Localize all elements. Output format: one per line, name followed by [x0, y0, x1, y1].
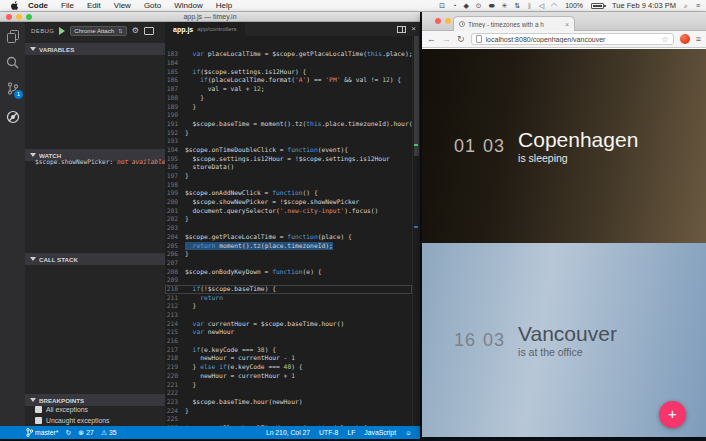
watch-expression[interactable]: $scope.showNewPicker: not available	[35, 158, 165, 165]
editor-tab-appjs[interactable]: app.js app/controllers	[165, 22, 245, 36]
code-line[interactable]: 203	[165, 224, 412, 233]
code-line[interactable]: 197}	[165, 172, 412, 181]
profile-icon[interactable]	[690, 17, 700, 27]
apple-menu-icon[interactable]	[10, 1, 19, 10]
start-debug-button[interactable]	[59, 27, 65, 35]
editor-scrollbar[interactable]	[412, 36, 420, 426]
clock-icon[interactable]: ◔	[452, 2, 456, 10]
code-line[interactable]: 209	[165, 276, 412, 285]
code-line[interactable]: 188 }	[165, 94, 412, 103]
browser-tabstrip[interactable]: Timey - timezones with a h ×	[422, 12, 706, 31]
menu-app-name[interactable]: Code	[28, 1, 48, 10]
eol-indicator[interactable]: LF	[347, 429, 355, 436]
code-line[interactable]: 187 val = val + 12;	[165, 85, 412, 94]
vscode-titlebar[interactable]: app.js — timey.in	[0, 12, 420, 22]
close-window-button[interactable]	[435, 18, 441, 24]
bluetooth-icon[interactable]: ᛒ	[527, 2, 531, 10]
checkbox-icon[interactable]	[35, 406, 42, 413]
close-tab-icon[interactable]: ×	[565, 21, 569, 28]
code-line[interactable]: 210 if(!$scope.baseTime) {	[165, 285, 412, 294]
code-line[interactable]: 201 document.querySelector('.new-city-in…	[165, 207, 412, 216]
debug-config-dropdown[interactable]: Chrome Attach ⇅	[70, 26, 126, 36]
breakpoint-item[interactable]: Uncaught exceptions	[35, 417, 109, 424]
browser-tab[interactable]: Timey - timezones with a h ×	[453, 16, 575, 31]
code-line[interactable]: 199$scope.onAddNewClick = function() {	[165, 189, 412, 198]
warnings-indicator[interactable]: ⚠ 35	[101, 429, 117, 437]
code-line[interactable]: 205 return moment().tz(place.timezoneId)…	[165, 242, 412, 251]
city-section-copenhagen[interactable]: 01 03 Copenhagen is sleeping	[422, 49, 706, 243]
code-line[interactable]: 192}	[165, 129, 412, 138]
code-line[interactable]: 194$scope.onTimeDoubleClick = function(e…	[165, 146, 412, 155]
url-text[interactable]: localhost:8080/copenhagen/vancouver	[486, 36, 658, 43]
code-line[interactable]: 216	[165, 337, 412, 346]
add-city-button[interactable]: +	[659, 401, 686, 428]
minimize-window-button[interactable]	[445, 18, 451, 24]
code-line[interactable]: 215 var newHour	[165, 328, 412, 337]
source-control-icon[interactable]: 1	[4, 80, 21, 97]
code-line[interactable]: 214 var currentHour = $scope.baseTime.ho…	[165, 320, 412, 329]
code-line[interactable]: 217 if(e.keyCode === 38) {	[165, 346, 412, 355]
code-line[interactable]: 218 newHour = currentHour - 1	[165, 354, 412, 363]
updates-icon[interactable]: ⇅	[515, 2, 521, 10]
volume-icon[interactable]: ◁	[539, 2, 544, 10]
section-call-stack[interactable]: CALL STACK	[25, 253, 165, 265]
code-line[interactable]: 183 var placeLocalTime = $scope.getPlace…	[165, 50, 412, 59]
section-breakpoints[interactable]: BREAKPOINTS	[25, 394, 165, 406]
breakpoint-item[interactable]: All exceptions	[35, 406, 88, 413]
code-line[interactable]: 211 return	[165, 294, 412, 303]
code-line[interactable]: 204$scope.getPlaceLocalTime = function(p…	[165, 233, 412, 242]
keyboard-brightness-icon[interactable]: ✳	[502, 2, 508, 10]
code-line[interactable]: 223 $scope.baseTime.hour(newHour)	[165, 398, 412, 407]
code-line[interactable]: 190	[165, 111, 412, 120]
notification-center-icon[interactable]: ≡	[696, 2, 700, 9]
code-line[interactable]: 208$scope.onBodyKeyDown = function(e) {	[165, 268, 412, 277]
code-line[interactable]: 200 $scope.showNewPicker = !$scope.showN…	[165, 198, 412, 207]
code-line[interactable]: 224}	[165, 407, 412, 416]
menu-view[interactable]: View	[114, 1, 131, 10]
code-line[interactable]: 184	[165, 59, 412, 68]
split-editor-icon[interactable]	[397, 26, 406, 33]
code-line[interactable]: 206}	[165, 250, 412, 259]
back-button[interactable]: ←	[427, 34, 436, 44]
code-line[interactable]: 221 }	[165, 381, 412, 390]
code-line[interactable]: 191 $scope.baseTime = moment().tz(this.p…	[165, 120, 412, 129]
code-line[interactable]: 213	[165, 311, 412, 320]
code-line[interactable]: 222	[165, 389, 412, 398]
browser-menu-icon[interactable]: ≡	[696, 34, 701, 44]
wifi-icon[interactable]: ◠	[551, 2, 557, 10]
code-line[interactable]: 193	[165, 137, 412, 146]
code-line[interactable]: 220 newHour = currentHour + 1	[165, 372, 412, 381]
sync-icon[interactable]: ↻	[65, 429, 71, 437]
menu-help[interactable]: Help	[216, 1, 232, 10]
menu-goto[interactable]: Goto	[144, 1, 161, 10]
check-circle-icon[interactable]: ⊙	[476, 2, 482, 10]
address-bar[interactable]: localhost:8080/copenhagen/vancouver ☆	[471, 33, 674, 45]
explorer-icon[interactable]	[4, 28, 21, 45]
code-line[interactable]: 202}	[165, 215, 412, 224]
code-line[interactable]: 198	[165, 181, 412, 190]
code-area[interactable]: 183 var placeLocalTime = $scope.getPlace…	[165, 36, 412, 426]
code-line[interactable]: 185 if($scope.settings.is12Hour) {	[165, 68, 412, 77]
search-icon[interactable]	[4, 54, 21, 71]
encoding-indicator[interactable]: UTF-8	[319, 429, 338, 436]
code-line[interactable]: 189 }	[165, 103, 412, 112]
open-console-icon[interactable]	[144, 27, 154, 35]
spotlight-icon[interactable]: ⌕	[684, 2, 688, 10]
code-line[interactable]: 207	[165, 259, 412, 268]
code-line[interactable]: 196 storeData()	[165, 163, 412, 172]
menu-edit[interactable]: Edit	[87, 1, 101, 10]
display-icon[interactable]: ⊡	[439, 2, 445, 10]
menu-window[interactable]: Window	[174, 1, 202, 10]
close-tab-icon[interactable]: ×	[411, 25, 416, 33]
code-line[interactable]: 225	[165, 415, 412, 424]
git-branch-indicator[interactable]: master*	[26, 428, 58, 437]
code-line[interactable]: 195 $scope.settings.is12Hour = !$scope.s…	[165, 155, 412, 164]
feedback-smiley-icon[interactable]: ☺	[405, 429, 412, 436]
code-line[interactable]: 186 if(placeLocalTime.format('A') == 'PM…	[165, 76, 412, 85]
language-indicator[interactable]: JavaScript	[364, 429, 396, 436]
extension-icon[interactable]	[680, 34, 690, 44]
checkbox-icon[interactable]	[35, 417, 42, 424]
bookmark-star-icon[interactable]: ☆	[662, 35, 669, 44]
forward-button[interactable]: →	[442, 34, 451, 44]
reload-button[interactable]: ↻	[457, 34, 465, 44]
